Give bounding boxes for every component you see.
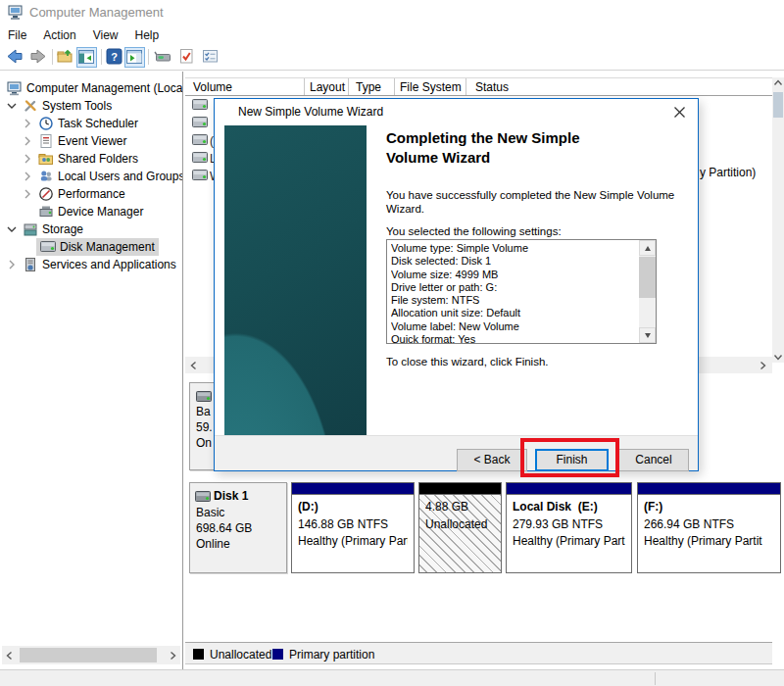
action-pane-icon — [126, 49, 143, 66]
scroll-left-icon[interactable] — [186, 358, 201, 372]
app-icon — [8, 4, 24, 21]
volume-vertical-scrollbar[interactable] — [772, 77, 784, 363]
legend-unallocated-label: Unallocated — [210, 648, 271, 662]
scroll-right-icon[interactable] — [755, 358, 769, 372]
column-status[interactable]: Status — [466, 78, 767, 95]
tree-item-services-and-applications[interactable]: Services and Applications — [0, 256, 182, 273]
forward-icon[interactable] — [29, 48, 47, 66]
cancel-button[interactable]: Cancel — [618, 449, 689, 471]
menu-bar: File Action View Help — [0, 24, 784, 46]
computer-icon — [7, 80, 23, 96]
scroll-up-icon[interactable] — [639, 240, 656, 256]
legend-unallocated-swatch — [193, 649, 204, 660]
checkmark-icon[interactable] — [178, 48, 196, 66]
chevron-collapsed-icon[interactable] — [21, 117, 34, 130]
close-icon[interactable] — [671, 104, 688, 121]
export-list-icon[interactable] — [57, 48, 74, 66]
settings-listbox[interactable]: Volume type: Simple Volume Disk selected… — [386, 239, 657, 344]
scroll-down-icon[interactable] — [639, 327, 656, 343]
disk-drive-icon — [192, 117, 208, 128]
wizard-intro: You have successfully completed the New … — [386, 188, 680, 216]
help-icon[interactable]: ? — [106, 48, 123, 66]
tree-item-device-manager[interactable]: Device Manager — [0, 203, 182, 220]
chevron-collapsed-icon[interactable] — [21, 134, 34, 148]
disk-drive-icon — [192, 134, 208, 146]
new-simple-volume-wizard-dialog: New Simple Volume Wizard Completing the … — [214, 98, 699, 471]
back-button[interactable]: < Back — [457, 449, 527, 471]
disk-drive-icon — [196, 391, 212, 403]
svg-text:?: ? — [111, 51, 118, 63]
chevron-collapsed-icon[interactable] — [5, 258, 19, 271]
shared-folders-icon — [38, 151, 54, 167]
device-manager-icon — [38, 204, 54, 220]
column-layout[interactable]: Layout — [305, 78, 349, 95]
disk1-label-box[interactable]: Disk 1 Basic 698.64 GB Online — [189, 482, 287, 573]
tree-item-computer-management[interactable]: Computer Management (Local — [0, 79, 182, 97]
scroll-left-icon[interactable] — [2, 648, 17, 662]
chevron-expanded-icon[interactable] — [5, 222, 19, 236]
storage-icon — [23, 221, 38, 237]
tree-item-local-users-and-groups[interactable]: Local Users and Groups — [0, 168, 182, 185]
console-tree-toggle[interactable] — [76, 47, 97, 68]
partition-unallocated[interactable]: 4.88 GB Unallocated — [418, 482, 502, 573]
performance-icon — [38, 186, 54, 202]
disk-drive-icon — [192, 99, 208, 111]
window-titlebar: Computer Management — [0, 0, 784, 24]
toolbar-separator — [52, 49, 53, 65]
chevron-collapsed-icon[interactable] — [21, 170, 34, 183]
legend-bar: Unallocated Primary partition — [185, 642, 772, 664]
chevron-expanded-icon[interactable] — [5, 99, 19, 113]
wizard-closing-text: To close this wizard, click Finish. — [386, 355, 549, 368]
scrollbar-thumb[interactable] — [773, 92, 783, 118]
action-pane-toggle[interactable] — [124, 47, 145, 68]
column-file-system[interactable]: File System — [395, 78, 466, 95]
toolbar: ? — [0, 46, 784, 71]
listbox-scrollbar[interactable] — [639, 240, 656, 343]
services-icon — [23, 257, 38, 272]
finish-highlight-annotation — [520, 438, 619, 477]
disk-drive-icon — [192, 170, 208, 181]
tree-item-shared-folders[interactable]: Shared Folders — [0, 150, 182, 168]
tree-item-storage[interactable]: Storage — [0, 220, 182, 238]
scrollbar-thumb[interactable] — [639, 257, 656, 298]
console-tree-icon — [78, 49, 95, 66]
column-volume[interactable]: Volume — [185, 78, 305, 95]
menu-file[interactable]: File — [8, 26, 35, 44]
tree-item-event-viewer[interactable]: Event Viewer — [0, 132, 182, 150]
scroll-down-icon[interactable] — [773, 352, 783, 362]
tree-horizontal-scrollbar[interactable] — [2, 646, 180, 664]
back-icon[interactable] — [6, 48, 24, 66]
primary-partition-bar — [292, 483, 414, 495]
chevron-collapsed-icon[interactable] — [21, 152, 34, 166]
task-scheduler-icon — [38, 116, 54, 131]
scroll-up-icon[interactable] — [773, 78, 783, 88]
tree-item-task-scheduler[interactable]: Task Scheduler — [0, 115, 182, 132]
column-type[interactable]: Type — [349, 78, 395, 95]
device-icon[interactable] — [154, 48, 172, 66]
partition-e[interactable]: Local Disk (E:) 279.93 GB NTFS Healthy (… — [506, 482, 632, 573]
disk1-size: 698.64 GB — [196, 521, 252, 535]
event-viewer-icon — [38, 133, 54, 149]
wizard-sidebar-art — [224, 125, 367, 435]
menu-action[interactable]: Action — [43, 26, 84, 44]
status-bar — [0, 669, 784, 686]
disk-management-icon — [40, 241, 56, 253]
tree-item-performance[interactable]: Performance — [0, 185, 182, 203]
partition-f[interactable]: (F:) 266.94 GB NTFS Healthy (Primary Par… — [637, 482, 781, 573]
toolbar-separator — [148, 49, 149, 65]
partition-d[interactable]: (D:) 146.88 GB NTFS Healthy (Primary Par… — [291, 482, 415, 573]
scroll-right-icon[interactable] — [165, 648, 179, 662]
menu-help[interactable]: Help — [135, 26, 169, 44]
volume-list-header: Volume Layout Type File System Status — [185, 77, 772, 96]
menu-view[interactable]: View — [93, 26, 127, 44]
chevron-collapsed-icon[interactable] — [21, 187, 34, 201]
disk1-status: Online — [196, 537, 230, 551]
settings-list: Volume type: Simple Volume Disk selected… — [391, 242, 636, 343]
tree-item-disk-management[interactable]: Disk Management — [0, 238, 182, 256]
tree-item-system-tools[interactable]: System Tools — [0, 97, 182, 115]
checklist-icon[interactable] — [202, 48, 220, 66]
disk-drive-icon — [195, 491, 211, 503]
legend-primary-label: Primary partition — [289, 648, 374, 662]
scrollbar-thumb[interactable] — [20, 648, 157, 662]
local-users-icon — [38, 169, 54, 184]
